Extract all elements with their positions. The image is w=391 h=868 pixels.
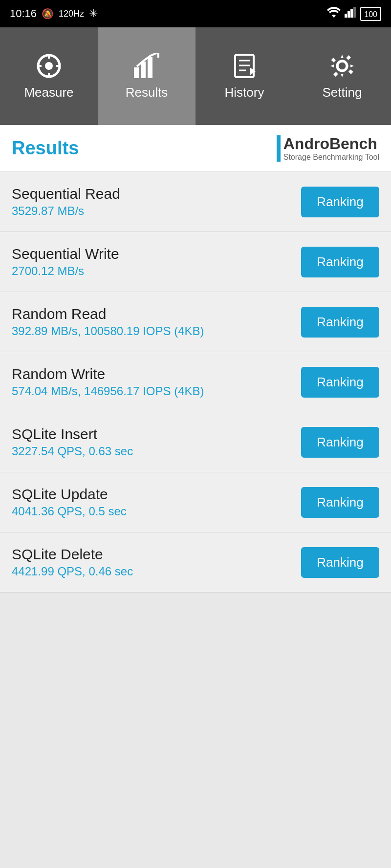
ranking-button[interactable]: Ranking	[301, 487, 379, 518]
ranking-button[interactable]: Ranking	[301, 187, 379, 217]
bench-name: Random Write	[12, 366, 204, 382]
results-title: Results	[12, 138, 79, 159]
table-row: Sequential Read 3529.87 MB/s Ranking	[0, 172, 391, 232]
tab-history-label: History	[225, 85, 264, 100]
svg-rect-2	[350, 9, 353, 18]
tab-measure[interactable]: Measure	[0, 27, 98, 125]
ranking-button[interactable]: Ranking	[301, 307, 379, 338]
battery-icon: 100	[360, 7, 381, 21]
bench-info: Sequential Write 2700.12 MB/s	[12, 246, 119, 278]
ranking-button[interactable]: Ranking	[301, 247, 379, 277]
bench-value: 4421.99 QPS, 0.46 sec	[12, 565, 133, 578]
spinner-icon: ✳	[89, 7, 98, 20]
time-display: 10:16	[10, 7, 37, 20]
bench-info: Random Read 392.89 MB/s, 100580.19 IOPS …	[12, 306, 204, 338]
table-row: Sequential Write 2700.12 MB/s Ranking	[0, 232, 391, 292]
bench-value: 2700.12 MB/s	[12, 264, 119, 278]
bench-name: SQLite Insert	[12, 426, 133, 443]
ranking-button[interactable]: Ranking	[301, 367, 379, 398]
bench-name: Sequential Read	[12, 186, 120, 202]
bench-value: 574.04 MB/s, 146956.17 IOPS (4KB)	[12, 384, 204, 398]
svg-rect-11	[141, 62, 146, 78]
benchmark-list: Sequential Read 3529.87 MB/s Ranking Seq…	[0, 172, 391, 593]
svg-rect-10	[134, 67, 139, 78]
bench-name: Sequential Write	[12, 246, 119, 262]
history-icon	[231, 53, 258, 79]
tab-setting[interactable]: Setting	[293, 27, 391, 125]
wifi-icon	[327, 7, 341, 21]
brand-logo: AndroBench Storage Benchmarking Tool	[277, 135, 379, 162]
brand-subtitle: Storage Benchmarking Tool	[283, 153, 379, 162]
table-row: SQLite Update 4041.36 QPS, 0.5 sec Ranki…	[0, 472, 391, 532]
bench-name: Random Read	[12, 306, 204, 322]
bench-info: SQLite Delete 4421.99 QPS, 0.46 sec	[12, 546, 133, 578]
nav-tabs: Measure Results History	[0, 27, 391, 125]
measure-icon	[36, 53, 62, 79]
tab-results-label: Results	[126, 85, 168, 100]
svg-rect-0	[345, 14, 347, 18]
tab-history[interactable]: History	[196, 27, 293, 125]
brand-name: AndroBench	[283, 135, 379, 153]
bench-info: Random Write 574.04 MB/s, 146956.17 IOPS…	[12, 366, 204, 398]
table-row: SQLite Delete 4421.99 QPS, 0.46 sec Rank…	[0, 532, 391, 593]
alarm-icon: 🔕	[42, 8, 54, 20]
results-icon	[133, 53, 160, 79]
tab-measure-label: Measure	[24, 85, 73, 100]
svg-rect-1	[348, 11, 350, 18]
setting-icon	[328, 53, 356, 79]
table-row: Random Read 392.89 MB/s, 100580.19 IOPS …	[0, 292, 391, 352]
tab-results[interactable]: Results	[98, 27, 196, 125]
bench-value: 392.89 MB/s, 100580.19 IOPS (4KB)	[12, 324, 204, 338]
table-row: Random Write 574.04 MB/s, 146956.17 IOPS…	[0, 352, 391, 412]
signal-icon	[345, 7, 356, 21]
bench-info: SQLite Insert 3227.54 QPS, 0.63 sec	[12, 426, 133, 458]
bench-value: 3529.87 MB/s	[12, 204, 120, 218]
ranking-button[interactable]: Ranking	[301, 427, 379, 458]
brand-accent-bar	[277, 135, 281, 162]
brand-text: AndroBench Storage Benchmarking Tool	[283, 135, 379, 162]
bench-value: 4041.36 QPS, 0.5 sec	[12, 505, 127, 518]
bench-name: SQLite Delete	[12, 546, 133, 563]
hz-display: 120Hz	[59, 9, 84, 19]
bench-info: SQLite Update 4041.36 QPS, 0.5 sec	[12, 486, 127, 518]
tab-setting-label: Setting	[323, 85, 362, 100]
results-header: Results AndroBench Storage Benchmarking …	[0, 125, 391, 172]
ranking-button[interactable]: Ranking	[301, 547, 379, 578]
bench-name: SQLite Update	[12, 486, 127, 503]
bench-info: Sequential Read 3529.87 MB/s	[12, 186, 120, 218]
svg-rect-3	[353, 7, 356, 18]
bench-value: 3227.54 QPS, 0.63 sec	[12, 445, 133, 458]
status-right: 100	[327, 7, 381, 21]
table-row: SQLite Insert 3227.54 QPS, 0.63 sec Rank…	[0, 412, 391, 472]
svg-rect-12	[148, 57, 152, 78]
svg-point-19	[337, 61, 347, 71]
svg-point-5	[45, 62, 53, 70]
status-bar: 10:16 🔕 120Hz ✳ 100	[0, 0, 391, 27]
status-left: 10:16 🔕 120Hz ✳	[10, 7, 98, 20]
